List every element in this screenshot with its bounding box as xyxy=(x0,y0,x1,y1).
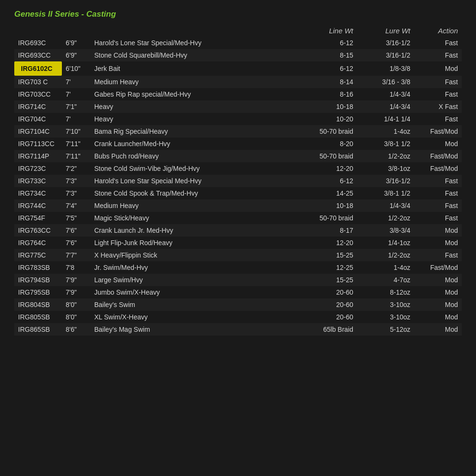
table-row: IRG865SB8'6"Bailey's Mag Swim65lb Braid5… xyxy=(14,323,462,336)
cell-length: 7'2" xyxy=(62,162,90,175)
cell-linewt: 12-20 xyxy=(300,237,357,249)
cell-length: 7' xyxy=(62,76,90,88)
header-name xyxy=(90,25,300,37)
cell-lurewt: 1/4-1 1/4 xyxy=(357,113,414,125)
cell-action: Fast xyxy=(414,187,462,199)
cell-model: IRG795SB xyxy=(14,286,62,298)
header-lurewt: Lure Wt xyxy=(357,25,414,37)
cell-action: Mod xyxy=(414,286,462,298)
cell-action: Mod xyxy=(414,298,462,311)
cell-length: 7' xyxy=(62,113,90,125)
cell-length: 7'10" xyxy=(62,125,90,138)
cell-name: Stone Cold Swim-Vibe Jig/Med-Hvy xyxy=(90,162,300,175)
table-row: IRG734C7'3"Stone Cold Spook & Trap/Med-H… xyxy=(14,187,462,199)
cell-name: Stone Cold Squarebill/Med-Hvy xyxy=(90,49,300,61)
cell-linewt: 6-12 xyxy=(300,61,357,76)
table-row: IRG7113CC7'11"Crank Launcher/Med-Hvy8-20… xyxy=(14,138,462,150)
cell-linewt: 10-18 xyxy=(300,100,357,113)
cell-lurewt: 1/2-2oz xyxy=(357,249,414,261)
cell-name: XL Swim/X-Heavy xyxy=(90,311,300,323)
cell-name: Stone Cold Spook & Trap/Med-Hvy xyxy=(90,187,300,199)
cell-length: 7'7" xyxy=(62,249,90,261)
table-row: IRG7114P7'11"Bubs Puch rod/Heavy50-70 br… xyxy=(14,150,462,162)
cell-model: IRG775C xyxy=(14,249,62,261)
table-row: IRG744C7'4"Medium Heavy10-181/4-3/4Fast xyxy=(14,199,462,212)
table-row: IRG714C7'1"Heavy10-181/4-3/4X Fast xyxy=(14,100,462,113)
cell-model: IRG865SB xyxy=(14,323,62,336)
cell-action: X Fast xyxy=(414,100,462,113)
cell-linewt: 8-16 xyxy=(300,88,357,100)
cell-lurewt: 3/8-1 1/2 xyxy=(357,187,414,199)
cell-name: Bubs Puch rod/Heavy xyxy=(90,150,300,162)
cell-model: IRG714C xyxy=(14,100,62,113)
table-row: IRG733C7'3"Harold's Lone Star Special Me… xyxy=(14,175,462,187)
cell-action: Fast/Mod xyxy=(414,261,462,274)
cell-length: 7'5" xyxy=(62,212,90,224)
cell-model: IRG744C xyxy=(14,199,62,212)
cell-linewt: 10-18 xyxy=(300,199,357,212)
cell-length: 7'6" xyxy=(62,237,90,249)
cell-linewt: 8-15 xyxy=(300,49,357,61)
cell-lurewt: 3/8-3/4 xyxy=(357,224,414,237)
cell-name: Bailey's Swim xyxy=(90,298,300,311)
table-row: IRG795SB7'9"Jumbo Swim/X-Heavy20-608-12o… xyxy=(14,286,462,298)
cell-name: Crank Launch Jr. Med-Hvy xyxy=(90,224,300,237)
table-body: IRG693C6'9"Harold's Lone Star Special/Me… xyxy=(14,37,462,336)
table-row: IRG775C7'7"X Heavy/Flippin Stick15-251/2… xyxy=(14,249,462,261)
cell-lurewt: 8-12oz xyxy=(357,286,414,298)
cell-model: IRG7114P xyxy=(14,150,62,162)
table-row: IRG693CC6'9"Stone Cold Squarebill/Med-Hv… xyxy=(14,49,462,61)
cell-name: Bama Rig Special/Heavy xyxy=(90,125,300,138)
cell-model: IRG763CC xyxy=(14,224,62,237)
cell-length: 7'9" xyxy=(62,286,90,298)
cell-action: Fast/Mod xyxy=(414,162,462,175)
cell-model: IRG6102C xyxy=(14,61,62,76)
cell-action: Mod xyxy=(414,311,462,323)
cell-linewt: 50-70 braid xyxy=(300,212,357,224)
cell-linewt: 10-20 xyxy=(300,113,357,125)
table-row: IRG703CC7'Gabes Rip Rap special/Med-Hvy8… xyxy=(14,88,462,100)
cell-action: Fast xyxy=(414,212,462,224)
cell-model: IRG703 C xyxy=(14,76,62,88)
cell-lurewt: 5-12oz xyxy=(357,323,414,336)
cell-length: 7'11" xyxy=(62,138,90,150)
cell-linewt: 15-25 xyxy=(300,249,357,261)
cell-action: Fast xyxy=(414,76,462,88)
cell-length: 7'9" xyxy=(62,274,90,286)
cell-length: 7'1" xyxy=(62,100,90,113)
cell-name: Gabes Rip Rap special/Med-Hvy xyxy=(90,88,300,100)
cell-length: 7'6" xyxy=(62,224,90,237)
cell-linewt: 50-70 braid xyxy=(300,125,357,138)
cell-length: 7'3" xyxy=(62,175,90,187)
cell-name: Heavy xyxy=(90,113,300,125)
cell-linewt: 8-17 xyxy=(300,224,357,237)
cell-action: Mod xyxy=(414,274,462,286)
cell-action: Fast/Mod xyxy=(414,125,462,138)
cell-length: 6'10" xyxy=(62,61,90,76)
cell-lurewt: 3/16-1/2 xyxy=(357,175,414,187)
table-row: IRG723C7'2"Stone Cold Swim-Vibe Jig/Med-… xyxy=(14,162,462,175)
table-header-row: Line Wt Lure Wt Action xyxy=(14,25,462,37)
cell-linewt: 6-12 xyxy=(300,175,357,187)
cell-model: IRG783SB xyxy=(14,261,62,274)
cell-linewt: 12-20 xyxy=(300,162,357,175)
cell-model: IRG794SB xyxy=(14,274,62,286)
cell-name: X Heavy/Flippin Stick xyxy=(90,249,300,261)
cell-lurewt: 1-4oz xyxy=(357,125,414,138)
cell-lurewt: 1/4-3/4 xyxy=(357,100,414,113)
cell-action: Mod xyxy=(414,138,462,150)
cell-lurewt: 3/16-1/2 xyxy=(357,49,414,61)
cell-lurewt: 3/8-1 1/2 xyxy=(357,138,414,150)
cell-lurewt: 1-4oz xyxy=(357,261,414,274)
cell-name: Medium Heavy xyxy=(90,199,300,212)
cell-name: Bailey's Mag Swim xyxy=(90,323,300,336)
cell-name: Heavy xyxy=(90,100,300,113)
table-row: IRG703 C7'Medium Heavy8-143/16 - 3/8Fast xyxy=(14,76,462,88)
cell-linewt: 20-60 xyxy=(300,311,357,323)
cell-linewt: 20-60 xyxy=(300,286,357,298)
cell-linewt: 15-25 xyxy=(300,274,357,286)
cell-model: IRG693C xyxy=(14,37,62,49)
cell-model: IRG804SB xyxy=(14,298,62,311)
cell-action: Mod xyxy=(414,323,462,336)
cell-name: Light Flip-Junk Rod/Heavy xyxy=(90,237,300,249)
